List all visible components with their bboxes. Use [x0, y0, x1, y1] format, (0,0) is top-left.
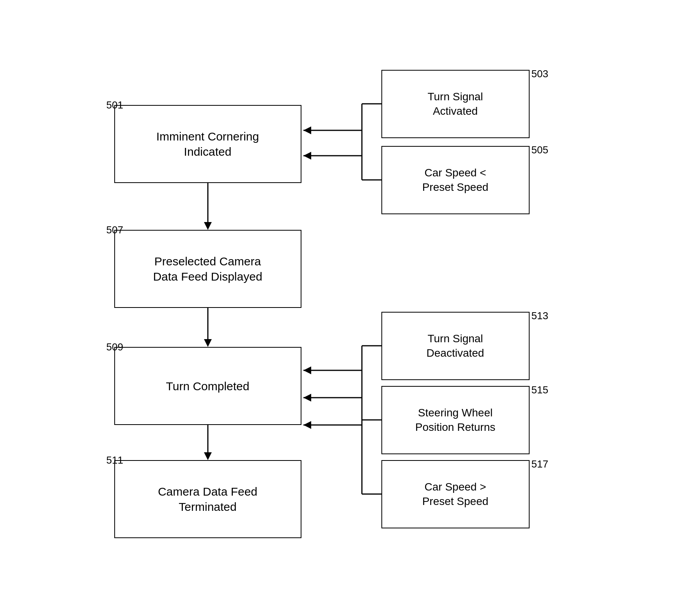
svg-marker-5 — [204, 452, 212, 460]
svg-marker-20 — [303, 366, 311, 374]
label-501: 501 — [106, 99, 123, 111]
box-517: Car Speed >Preset Speed — [381, 460, 530, 528]
label-511: 511 — [106, 454, 123, 466]
label-513: 513 — [532, 310, 548, 322]
svg-marker-10 — [303, 126, 311, 134]
box-513: Turn SignalDeactivated — [381, 312, 530, 380]
box-511: Camera Data FeedTerminated — [114, 460, 301, 538]
svg-marker-1 — [204, 222, 212, 230]
label-515: 515 — [532, 384, 548, 396]
svg-marker-22 — [303, 394, 311, 402]
label-503: 503 — [532, 68, 548, 80]
box-503: Turn SignalActivated — [381, 70, 530, 138]
box-505: Car Speed <Preset Speed — [381, 146, 530, 214]
box-515: Steering WheelPosition Returns — [381, 386, 530, 454]
box-507: Preselected CameraData Feed Displayed — [114, 230, 301, 308]
svg-marker-3 — [204, 339, 212, 347]
flowchart-diagram: Imminent CorneringIndicated Turn SignalA… — [77, 31, 623, 577]
label-505: 505 — [532, 144, 548, 156]
label-517: 517 — [532, 458, 548, 470]
label-509: 509 — [106, 341, 123, 353]
box-509: Turn Completed — [114, 347, 301, 425]
label-507: 507 — [106, 224, 123, 236]
svg-marker-12 — [303, 152, 311, 160]
box-501: Imminent CorneringIndicated — [114, 105, 301, 183]
svg-marker-24 — [303, 421, 311, 429]
